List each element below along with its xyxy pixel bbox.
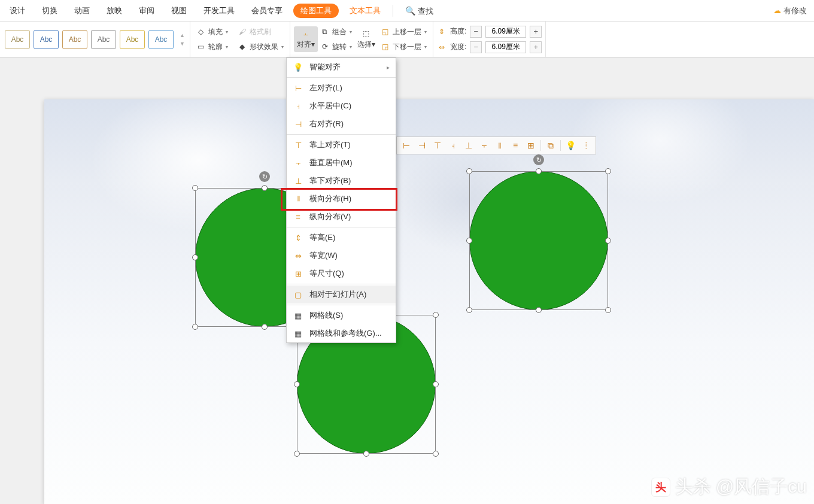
find-button[interactable]: 🔍 查找 (397, 0, 442, 22)
tab-view[interactable]: 视图 (163, 0, 195, 22)
style-preset-1[interactable]: Abc (5, 30, 30, 49)
slide[interactable]: ↻ ↻ (44, 99, 814, 504)
dd-align-top[interactable]: ⊤靠上对齐(T) (287, 136, 396, 154)
cloud-icon: ☁ (773, 6, 781, 15)
dd-separator (287, 284, 396, 284)
handle-bm[interactable] (262, 324, 268, 330)
tab-text-tools[interactable]: 文本工具 (341, 0, 389, 22)
ft-more[interactable]: ⦙ (579, 138, 593, 153)
handle-tm[interactable] (536, 168, 542, 174)
handle-bl[interactable] (192, 324, 198, 330)
handle-tl[interactable] (466, 168, 472, 174)
ft-align-center-h[interactable]: ⫞ (446, 138, 460, 153)
modified-indicator[interactable]: ☁ 有修改 (773, 5, 813, 16)
rotate-handle[interactable]: ↻ (533, 154, 544, 165)
ft-align-left[interactable]: ⊢ (399, 138, 414, 153)
handle-tl[interactable] (192, 185, 198, 191)
send-backward-button[interactable]: ◲下移一层▾ (378, 41, 429, 53)
handle-tr[interactable] (605, 168, 611, 174)
dd-align-center-h[interactable]: ⫞水平居中(C) (287, 97, 396, 115)
outline-button[interactable]: ▭轮廓▾ (194, 41, 230, 53)
handle-ml[interactable] (466, 238, 472, 244)
fill-button[interactable]: ◇填充▾ (194, 26, 230, 38)
dd-relative-slide[interactable]: ▢相对于幻灯片(A) (287, 286, 396, 303)
handle-mr[interactable] (605, 238, 611, 244)
dd-align-bottom[interactable]: ⊥靠下对齐(B) (287, 172, 396, 190)
style-preset-2[interactable]: Abc (34, 30, 59, 49)
ft-separator (540, 140, 541, 151)
dd-equal-width[interactable]: ⇔等宽(W) (287, 247, 396, 265)
style-preset-3[interactable]: Abc (62, 30, 87, 49)
shape-circle-3[interactable]: ↻ (469, 171, 608, 310)
tab-animation[interactable]: 动画 (66, 0, 98, 22)
handle-tm[interactable] (262, 185, 268, 191)
ft-distribute-v[interactable]: ≡ (508, 138, 523, 153)
handle-br[interactable] (605, 307, 611, 313)
dd-align-right[interactable]: ⊣右对齐(R) (287, 115, 396, 133)
ft-align-middle-v[interactable]: ⫟ (477, 138, 491, 153)
tab-review[interactable]: 审阅 (130, 0, 163, 22)
shape-effects-button[interactable]: ◆形状效果▾ (235, 41, 286, 53)
dd-align-middle-v[interactable]: ⫟垂直居中(M) (287, 154, 396, 172)
handle-bm[interactable] (363, 451, 369, 457)
handle-ml[interactable] (192, 254, 198, 260)
handle-tr[interactable] (433, 312, 439, 318)
dd-smart-align[interactable]: 💡 智能对齐 ▸ (287, 58, 396, 76)
ft-equal-size[interactable]: ⊞ (524, 138, 538, 153)
handle-ml[interactable] (294, 381, 300, 387)
width-plus[interactable]: + (530, 41, 542, 53)
tab-design[interactable]: 设计 (1, 0, 34, 22)
dd-align-left[interactable]: ⊢左对齐(L) (287, 79, 396, 97)
style-preset-6[interactable]: Abc (148, 30, 174, 49)
tab-member[interactable]: 会员专享 (243, 0, 291, 22)
handle-bl[interactable] (466, 307, 472, 313)
handle-br[interactable] (433, 451, 439, 457)
group-button[interactable]: ⧉组合▾ (318, 26, 354, 38)
ft-smart[interactable]: 💡 (563, 138, 578, 153)
align-button[interactable]: ⫠ 对齐▾ (294, 26, 318, 52)
tab-drawing-tools[interactable]: 绘图工具 (293, 4, 339, 18)
ft-align-right[interactable]: ⊣ (415, 138, 429, 153)
handle-bl[interactable] (294, 451, 300, 457)
height-input[interactable] (485, 26, 526, 38)
ft-separator (560, 140, 561, 151)
tab-devtools[interactable]: 开发工具 (195, 0, 243, 22)
tab-transition[interactable]: 切换 (34, 0, 66, 22)
dd-distribute-h[interactable]: ⦀横向分布(H) (287, 190, 396, 208)
shape-styles-gallery[interactable]: Abc Abc Abc Abc Abc Abc ▲ ▼ (0, 22, 190, 57)
style-preset-4[interactable]: Abc (91, 30, 116, 49)
dd-equal-size[interactable]: ⊞等尺寸(Q) (287, 265, 396, 283)
floating-align-toolbar[interactable]: ⊢ ⊣ ⊤ ⫞ ⊥ ⫟ ⦀ ≡ ⊞ ⧉ 💡 ⦙ (396, 136, 596, 154)
dd-equal-height[interactable]: ⇕等高(E) (287, 229, 396, 247)
dd-separator (287, 305, 396, 305)
width-input[interactable] (485, 41, 526, 53)
align-top-icon: ⊤ (293, 139, 303, 150)
ft-distribute-h[interactable]: ⦀ (493, 138, 507, 153)
gallery-up-icon[interactable]: ▲ (180, 32, 185, 38)
handle-mr[interactable] (433, 381, 439, 387)
handle-bm[interactable] (536, 307, 542, 313)
style-preset-5[interactable]: Abc (120, 30, 145, 49)
select-button[interactable]: ⬚ 选择▾ (354, 26, 378, 52)
ft-group[interactable]: ⧉ (543, 138, 558, 153)
selection-box (469, 171, 608, 310)
width-minus[interactable]: − (470, 41, 482, 53)
height-plus[interactable]: + (530, 26, 542, 38)
bring-forward-button[interactable]: ◱上移一层▾ (378, 26, 429, 38)
dd-distribute-v[interactable]: ≡纵向分布(V) (287, 208, 396, 226)
height-minus[interactable]: − (470, 26, 482, 38)
ft-align-top[interactable]: ⊤ (430, 138, 445, 153)
width-label: 宽度: (450, 42, 466, 52)
forward-icon: ◱ (381, 27, 390, 37)
chevron-right-icon: ▸ (387, 64, 390, 71)
rotate-button[interactable]: ⟳旋转▾ (318, 41, 354, 53)
backward-icon: ◲ (381, 42, 390, 51)
rotate-handle[interactable]: ↻ (259, 171, 270, 182)
dd-grid-guides[interactable]: ▦网格线和参考线(G)... (287, 324, 396, 342)
canvas-area[interactable]: ↻ ↻ (0, 57, 814, 504)
distribute-h-icon: ⦀ (293, 193, 303, 204)
ft-align-bottom[interactable]: ⊥ (461, 138, 476, 153)
dd-gridlines[interactable]: ▦网格线(S) (287, 306, 396, 324)
tab-slideshow[interactable]: 放映 (98, 0, 130, 22)
gallery-down-icon[interactable]: ▼ (180, 41, 185, 47)
